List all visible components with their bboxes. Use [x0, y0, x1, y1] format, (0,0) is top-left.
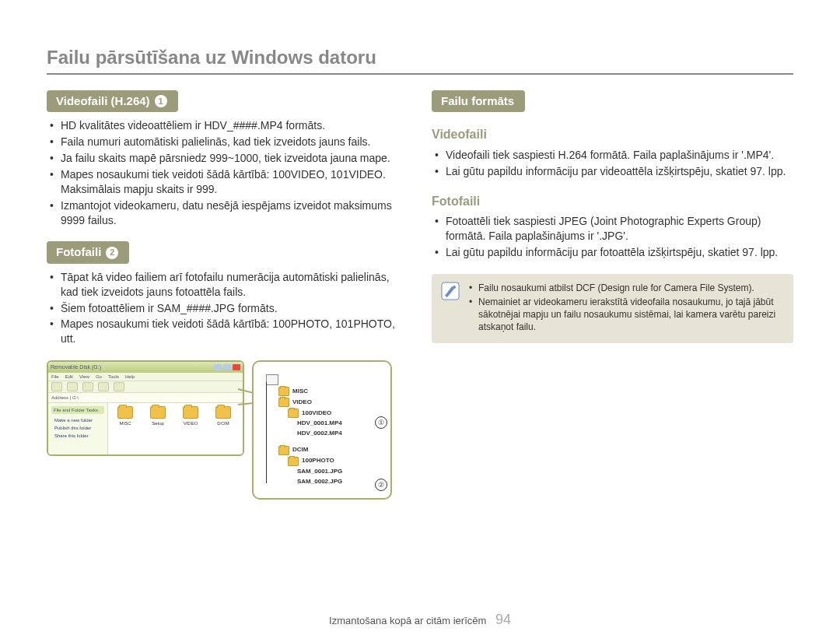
folder-item: MISC [113, 406, 138, 451]
two-column-layout: Videofaili (H.264) 1 HD kvalitātes video… [47, 90, 793, 500]
menu-item: Help [125, 374, 135, 380]
folder-item: DCIM [211, 406, 236, 451]
sub-heading-photo: Fotofaili [432, 193, 793, 210]
file-manager-window: Removable Disk (G:) File Edit View Go To… [47, 360, 244, 456]
section-tag-video: Videofaili (H.264) 1 [47, 90, 178, 112]
note-list: Failu nosaukumi atbilst DCF (Design rule… [467, 282, 784, 335]
bullet: Lai gūtu papildu informāciju par fotoatt… [432, 245, 793, 260]
tree-connector [266, 382, 267, 483]
folder-icon [278, 398, 289, 407]
section-tag-photo-label: Fotofaili [56, 244, 101, 260]
video-bullets: HD kvalitātes videoattēliem ir HDV_####.… [47, 118, 408, 227]
fm-body: File and Folder Tasks Make a new folder … [48, 403, 243, 454]
bullet: HD kvalitātes videoattēliem ir HDV_####.… [47, 118, 408, 133]
menu-item: File [51, 374, 59, 380]
footer-text: Izmantošana kopā ar citām ierīcēm [329, 615, 486, 626]
note-item: Nemainiet ar videokameru ierakstītā vide… [467, 296, 784, 334]
menu-item: Go [96, 374, 102, 380]
tree-dcim: DCIM [292, 446, 308, 454]
bullet: Tāpat kā video failiem arī fotofailu num… [47, 270, 408, 300]
toolbar-back-icon [51, 382, 62, 391]
bullet: Ja failu skaits mapē pārsniedz 999~1000,… [47, 151, 408, 166]
tree-misc: MISC [292, 388, 308, 396]
folder-icon [183, 406, 198, 419]
section-tag-video-label: Videofaili (H.264) [56, 93, 150, 109]
bullet: Faila numuri automātiski palielinās, kad… [47, 135, 408, 149]
folder-icon [117, 406, 133, 419]
section-tag-format: Failu formāts [432, 90, 525, 112]
note-item: Failu nosaukumi atbilst DCF (Design rule… [467, 282, 784, 294]
sidebar-header: File and Folder Tasks [51, 406, 104, 414]
fm-sidebar: File and Folder Tasks Make a new folder … [48, 403, 108, 454]
tree-file: SAM_0002.JPG [297, 478, 342, 486]
toolbar-forward-icon [67, 382, 78, 391]
callout-1: ① [375, 416, 387, 429]
callout-2: ② [375, 479, 387, 491]
bullet: Mapes nosaukumi tiek veidoti šādā kārtīb… [47, 167, 408, 197]
sidebar-item: Publish this folder [51, 424, 104, 432]
toolbar-folders-icon [114, 382, 124, 391]
sidebar-item: Make a new folder [51, 416, 104, 424]
folder-icon [288, 457, 299, 466]
sub-heading-video: Videofaili [432, 126, 793, 143]
menu-item: Tools [108, 374, 119, 380]
tree-video: VIDEO [292, 398, 312, 407]
folder-icon [278, 446, 289, 455]
toolbar-search-icon [98, 382, 109, 391]
tree-100photo: 100PHOTO [302, 457, 334, 465]
folder-item: Setup [145, 406, 170, 451]
page-number: 94 [495, 612, 511, 627]
figure-block: Removable Disk (G:) File Edit View Go To… [47, 360, 408, 500]
folder-icon [215, 406, 231, 419]
sidebar-item: Share this folder [51, 432, 104, 440]
page-footer: Izmantošana kopā ar citām ierīcēm 94 [0, 612, 840, 628]
section-tag-photo: Fotofaili 2 [47, 241, 129, 263]
menu-item: View [79, 374, 89, 380]
drive-icon [266, 374, 278, 385]
format-photo-bullets: Fotoattēli tiek saspiesti JPEG (Joint Ph… [432, 214, 793, 260]
bullet: Izmantojot videokameru, datu nesējā iesp… [47, 198, 408, 228]
left-column: Videofaili (H.264) 1 HD kvalitātes video… [47, 90, 408, 500]
bullet: Mapes nosaukumi tiek veidoti šādā kārtīb… [47, 317, 408, 346]
folder-tree: MISC VIDEO 100VIDEO HDV_0001.MP4 HDV_000… [252, 360, 392, 500]
badge-2: 2 [106, 247, 118, 259]
bullet: Šiem fotoattēliem ir SAM_####.JPG formāt… [47, 301, 408, 316]
fm-title: Removable Disk (G:) [51, 363, 101, 370]
tree-file: HDV_0001.MP4 [297, 419, 342, 428]
right-column: Failu formāts Videofaili Videofaili tiek… [432, 90, 793, 500]
page-title: Failu pārsūtīšana uz Windows datoru [47, 47, 793, 68]
folder-icon [288, 409, 299, 418]
bullet: Videofaili tiek saspiesti H.264 formātā.… [432, 148, 793, 163]
format-video-bullets: Videofaili tiek saspiesti H.264 formātā.… [432, 148, 793, 179]
window-buttons [214, 364, 240, 370]
bullet: Lai gūtu papildu informāciju par videoat… [432, 164, 793, 179]
fm-toolbar [48, 381, 243, 393]
folder-item: VIDEO [178, 406, 203, 451]
menu-item: Edit [65, 374, 73, 380]
bullet: Fotoattēli tiek saspiesti JPEG (Joint Ph… [432, 214, 793, 244]
fm-address: Address | G:\ [48, 393, 243, 403]
section-tag-format-label: Failu formāts [441, 93, 514, 109]
svg-point-1 [453, 286, 456, 289]
note-box: Failu nosaukumi atbilst DCF (Design rule… [432, 274, 793, 343]
toolbar-up-icon [82, 382, 93, 391]
photo-bullets: Tāpat kā video failiem arī fotofailu num… [47, 270, 408, 346]
tree-100video: 100VIDEO [302, 409, 331, 418]
manual-page: Failu pārsūtīšana uz Windows datoru Vide… [0, 0, 840, 515]
tree-file: SAM_0001.JPG [297, 468, 342, 476]
folder-icon [278, 387, 289, 396]
fm-titlebar: Removable Disk (G:) [48, 362, 243, 373]
fm-menubar: File Edit View Go Tools Help [48, 373, 243, 381]
folder-icon [150, 406, 166, 419]
title-underline [47, 73, 793, 75]
badge-1: 1 [155, 95, 167, 107]
tree-file: HDV_0002.MP4 [297, 430, 342, 438]
fm-content: MISC Setup VIDEO DCIM [108, 403, 243, 454]
note-icon [441, 282, 460, 300]
